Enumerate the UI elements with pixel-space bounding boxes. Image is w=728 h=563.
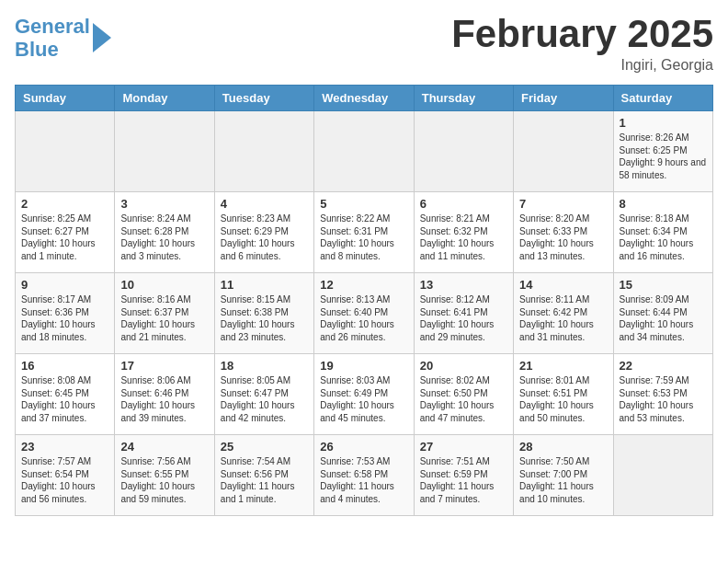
calendar-week-0: 1Sunrise: 8:26 AM Sunset: 6:25 PM Daylig… [16, 111, 713, 192]
day-info: Sunrise: 8:09 AM Sunset: 6:44 PM Dayligh… [620, 293, 707, 343]
calendar-day: 14Sunrise: 8:11 AM Sunset: 6:42 PM Dayli… [514, 273, 613, 354]
calendar-day: 17Sunrise: 8:06 AM Sunset: 6:46 PM Dayli… [115, 354, 214, 435]
calendar-day: 3Sunrise: 8:24 AM Sunset: 6:28 PM Daylig… [115, 192, 214, 273]
calendar-day: 5Sunrise: 8:22 AM Sunset: 6:31 PM Daylig… [314, 192, 414, 273]
calendar-day: 4Sunrise: 8:23 AM Sunset: 6:29 PM Daylig… [214, 192, 313, 273]
page-header: General Blue February 2025 Ingiri, Georg… [15, 15, 713, 74]
day-number: 26 [320, 440, 407, 454]
day-number: 22 [620, 359, 707, 373]
day-info: Sunrise: 8:01 AM Sunset: 6:51 PM Dayligh… [519, 374, 607, 424]
day-info: Sunrise: 8:20 AM Sunset: 6:33 PM Dayligh… [519, 213, 607, 262]
calendar-day: 12Sunrise: 8:13 AM Sunset: 6:40 PM Dayli… [314, 273, 414, 354]
day-number: 15 [620, 278, 707, 292]
day-info: Sunrise: 8:17 AM Sunset: 6:36 PM Dayligh… [21, 293, 108, 343]
calendar-day: 21Sunrise: 8:01 AM Sunset: 6:51 PM Dayli… [514, 354, 613, 435]
day-info: Sunrise: 7:59 AM Sunset: 6:53 PM Dayligh… [620, 374, 707, 424]
calendar-week-1: 2Sunrise: 8:25 AM Sunset: 6:27 PM Daylig… [16, 192, 713, 273]
calendar-day: 8Sunrise: 8:18 AM Sunset: 6:34 PM Daylig… [613, 192, 712, 273]
day-number: 12 [320, 278, 407, 292]
day-info: Sunrise: 8:05 AM Sunset: 6:47 PM Dayligh… [221, 374, 308, 424]
calendar-day: 22Sunrise: 7:59 AM Sunset: 6:53 PM Dayli… [613, 354, 712, 435]
day-info: Sunrise: 8:02 AM Sunset: 6:50 PM Dayligh… [420, 374, 507, 424]
day-number: 7 [519, 197, 607, 211]
day-info: Sunrise: 8:08 AM Sunset: 6:45 PM Dayligh… [21, 374, 108, 424]
day-info: Sunrise: 8:03 AM Sunset: 6:49 PM Dayligh… [320, 374, 407, 424]
calendar-body: 1Sunrise: 8:26 AM Sunset: 6:25 PM Daylig… [16, 111, 713, 516]
day-number: 17 [120, 359, 208, 373]
day-number: 20 [420, 359, 507, 373]
calendar-day: 24Sunrise: 7:56 AM Sunset: 6:55 PM Dayli… [115, 435, 214, 516]
calendar-week-3: 16Sunrise: 8:08 AM Sunset: 6:45 PM Dayli… [16, 354, 713, 435]
calendar-week-2: 9Sunrise: 8:17 AM Sunset: 6:36 PM Daylig… [16, 273, 713, 354]
col-header-thursday: Thursday [414, 86, 513, 111]
calendar-day: 23Sunrise: 7:57 AM Sunset: 6:54 PM Dayli… [16, 435, 115, 516]
calendar-day: 6Sunrise: 8:21 AM Sunset: 6:32 PM Daylig… [414, 192, 513, 273]
calendar-day: 19Sunrise: 8:03 AM Sunset: 6:49 PM Dayli… [314, 354, 414, 435]
calendar-day: 18Sunrise: 8:05 AM Sunset: 6:47 PM Dayli… [214, 354, 313, 435]
calendar-day: 15Sunrise: 8:09 AM Sunset: 6:44 PM Dayli… [613, 273, 712, 354]
day-info: Sunrise: 8:12 AM Sunset: 6:41 PM Dayligh… [420, 293, 507, 343]
calendar-table: SundayMondayTuesdayWednesdayThursdayFrid… [15, 85, 713, 516]
day-info: Sunrise: 8:22 AM Sunset: 6:31 PM Dayligh… [320, 213, 407, 262]
days-of-week-row: SundayMondayTuesdayWednesdayThursdayFrid… [16, 86, 713, 111]
calendar-day: 16Sunrise: 8:08 AM Sunset: 6:45 PM Dayli… [16, 354, 115, 435]
day-number: 18 [221, 359, 308, 373]
calendar-day: 11Sunrise: 8:15 AM Sunset: 6:38 PM Dayli… [214, 273, 313, 354]
day-number: 21 [519, 359, 607, 373]
day-number: 1 [620, 116, 707, 130]
col-header-monday: Monday [115, 86, 214, 111]
calendar-header: SundayMondayTuesdayWednesdayThursdayFrid… [16, 86, 713, 111]
calendar-day: 25Sunrise: 7:54 AM Sunset: 6:56 PM Dayli… [214, 435, 313, 516]
calendar-day: 9Sunrise: 8:17 AM Sunset: 6:36 PM Daylig… [16, 273, 115, 354]
day-number: 23 [21, 440, 108, 454]
col-header-tuesday: Tuesday [214, 86, 313, 111]
logo-arrow-icon [93, 23, 111, 52]
col-header-friday: Friday [514, 86, 613, 111]
col-header-wednesday: Wednesday [314, 86, 414, 111]
day-number: 5 [320, 197, 407, 211]
calendar-day [613, 435, 712, 516]
logo-text: General Blue [15, 15, 90, 62]
header-right: February 2025 Ingiri, Georgia [451, 15, 713, 74]
day-number: 8 [620, 197, 707, 211]
calendar-day: 28Sunrise: 7:50 AM Sunset: 7:00 PM Dayli… [514, 435, 613, 516]
day-info: Sunrise: 8:16 AM Sunset: 6:37 PM Dayligh… [120, 293, 208, 343]
calendar-day [16, 111, 115, 192]
day-number: 6 [420, 197, 507, 211]
day-info: Sunrise: 8:06 AM Sunset: 6:46 PM Dayligh… [120, 374, 208, 424]
day-number: 2 [21, 197, 108, 211]
day-number: 14 [519, 278, 607, 292]
calendar-day: 2Sunrise: 8:25 AM Sunset: 6:27 PM Daylig… [16, 192, 115, 273]
day-number: 24 [120, 440, 208, 454]
day-info: Sunrise: 7:56 AM Sunset: 6:55 PM Dayligh… [120, 455, 208, 505]
day-info: Sunrise: 8:13 AM Sunset: 6:40 PM Dayligh… [320, 293, 407, 343]
day-number: 16 [21, 359, 108, 373]
location: Ingiri, Georgia [451, 57, 713, 74]
day-info: Sunrise: 8:25 AM Sunset: 6:27 PM Dayligh… [21, 213, 108, 262]
col-header-sunday: Sunday [16, 86, 115, 111]
day-info: Sunrise: 8:21 AM Sunset: 6:32 PM Dayligh… [420, 213, 507, 262]
calendar-week-4: 23Sunrise: 7:57 AM Sunset: 6:54 PM Dayli… [16, 435, 713, 516]
day-number: 13 [420, 278, 507, 292]
day-number: 11 [221, 278, 308, 292]
calendar-day [414, 111, 513, 192]
calendar-day: 10Sunrise: 8:16 AM Sunset: 6:37 PM Dayli… [115, 273, 214, 354]
calendar-day: 7Sunrise: 8:20 AM Sunset: 6:33 PM Daylig… [514, 192, 613, 273]
day-info: Sunrise: 8:23 AM Sunset: 6:29 PM Dayligh… [221, 213, 308, 262]
calendar-day [214, 111, 313, 192]
day-number: 25 [221, 440, 308, 454]
day-info: Sunrise: 7:54 AM Sunset: 6:56 PM Dayligh… [221, 455, 308, 505]
calendar-day [314, 111, 414, 192]
day-info: Sunrise: 8:11 AM Sunset: 6:42 PM Dayligh… [519, 293, 607, 343]
day-number: 19 [320, 359, 407, 373]
day-info: Sunrise: 7:51 AM Sunset: 6:59 PM Dayligh… [420, 455, 507, 505]
day-number: 4 [221, 197, 308, 211]
calendar-day: 20Sunrise: 8:02 AM Sunset: 6:50 PM Dayli… [414, 354, 513, 435]
day-number: 9 [21, 278, 108, 292]
day-number: 27 [420, 440, 507, 454]
day-info: Sunrise: 7:57 AM Sunset: 6:54 PM Dayligh… [21, 455, 108, 505]
calendar-day: 26Sunrise: 7:53 AM Sunset: 6:58 PM Dayli… [314, 435, 414, 516]
day-info: Sunrise: 7:53 AM Sunset: 6:58 PM Dayligh… [320, 455, 407, 505]
calendar-day: 13Sunrise: 8:12 AM Sunset: 6:41 PM Dayli… [414, 273, 513, 354]
day-number: 10 [120, 278, 208, 292]
